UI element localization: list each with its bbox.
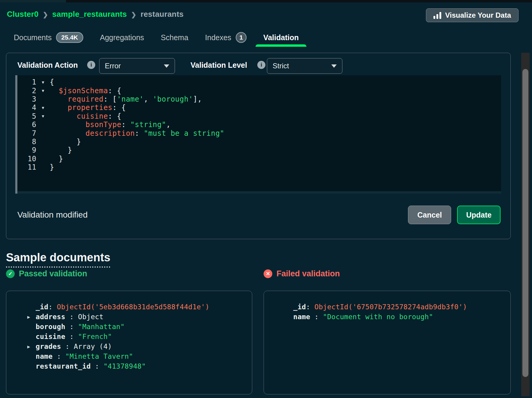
caret-down-icon[interactable]: ▾ [36, 105, 50, 111]
code-line: 9 } [15, 146, 501, 154]
validation-footer: Validation modified Cancel Update [17, 205, 501, 224]
caret-right-icon[interactable]: ▸ [27, 343, 36, 350]
code-segment-punct: : { [108, 112, 121, 120]
tab-label: Indexes [205, 33, 232, 42]
bar-chart-icon [433, 12, 441, 19]
field-key: grades [36, 343, 61, 350]
breadcrumb-database[interactable]: sample_restaurants [52, 10, 127, 19]
field-value: "Minetta Tavern" [65, 352, 133, 360]
document-field-row: _id: ObjectId('5eb3d668b31de5d588f44d1e'… [6, 302, 252, 312]
sample-documents-title: Sample documents [6, 251, 110, 268]
code-segment-punct: } [50, 163, 54, 171]
code-segment-key: required [68, 95, 104, 103]
field-value: Object [78, 313, 103, 321]
code-text: required: ['name', 'borough'], [50, 95, 202, 103]
caret-right-icon[interactable]: ▸ [27, 313, 36, 320]
field-key: cuisine [36, 333, 65, 340]
tab-indexes[interactable]: Indexes1 [205, 28, 247, 47]
scrollbar-track[interactable] [521, 53, 530, 396]
code-segment-key: $jsonSchema [59, 87, 108, 95]
code-segment-punct: , [166, 120, 171, 129]
validation-action-label: Validation Action [17, 61, 78, 70]
code-segment-punct: { [50, 78, 54, 86]
code-line: 3 required: ['name', 'borough'], [15, 95, 501, 103]
field-separator: : [65, 313, 78, 321]
tab-badge: 25.4K [56, 32, 83, 43]
editor-active-line [17, 191, 501, 194]
code-segment-punct: : [121, 120, 130, 129]
field-separator: : [91, 362, 103, 370]
validation-panel: Validation Action i Error Validation Lev… [6, 53, 511, 239]
code-segment-punct [50, 120, 86, 129]
code-text: bsonType: "string", [50, 120, 171, 129]
visualize-your-data-button[interactable]: Visualize Your Data [426, 8, 519, 22]
tab-aggregations[interactable]: Aggregations [100, 28, 144, 47]
field-value: ObjectId('67507b732578274adb9db3f0') [315, 303, 467, 311]
field-value: ObjectId('5eb3d668b31de5d588f44d1e') [57, 303, 209, 311]
line-number: 8 [15, 138, 36, 146]
line-number: 11 [15, 163, 36, 171]
x-circle-icon: ✕ [264, 269, 272, 278]
caret-down-icon[interactable]: ▾ [36, 113, 50, 119]
field-value: Array (4) [74, 343, 112, 350]
scrollbar-thumb[interactable] [522, 69, 528, 377]
tab-documents[interactable]: Documents25.4K [14, 28, 83, 47]
code-segment-punct: : { [112, 103, 126, 112]
code-text: description: "must be a string" [50, 129, 224, 138]
document-field-row: name : "Document with no borough" [264, 312, 510, 322]
line-number: 4 [15, 103, 36, 112]
code-text: properties: { [50, 103, 126, 112]
cancel-button[interactable]: Cancel [408, 206, 451, 224]
info-icon[interactable]: i [87, 61, 95, 69]
caret-down-icon[interactable]: ▾ [36, 79, 50, 85]
field-value: "French" [78, 333, 112, 340]
document-field-row: restaurant_id : "41378948" [6, 361, 252, 371]
validation-action-select[interactable]: Error [99, 58, 175, 74]
document-field-row: _id: ObjectId('67507b732578274adb9db3f0'… [264, 302, 510, 312]
code-segment-punct: } [50, 155, 63, 163]
tab-schema[interactable]: Schema [161, 28, 188, 47]
topbar: Cluster0 ❯ sample_restaurants ❯ restaura… [7, 8, 525, 23]
code-segment-str: "string" [130, 120, 166, 129]
failed-document-card: _id: ObjectId('67507b732578274adb9db3f0'… [264, 291, 511, 394]
code-line: 5▾ cuisine: { [15, 112, 501, 120]
info-icon[interactable]: i [257, 61, 265, 69]
passed-validation-label: Passed validation [19, 269, 87, 278]
field-key: borough [36, 323, 65, 331]
update-button[interactable]: Update [457, 206, 501, 224]
code-line: 11} [15, 163, 501, 171]
code-segment-punct: , [144, 95, 153, 103]
field-separator: : [65, 333, 78, 340]
field-key: restaurant_id [36, 362, 91, 370]
tab-validation[interactable]: Validation [256, 28, 306, 47]
chevron-right-icon: ❯ [43, 10, 48, 18]
line-number: 7 [15, 129, 36, 138]
breadcrumb-cluster[interactable]: Cluster0 [7, 10, 39, 19]
validation-level-select[interactable]: Strict [267, 58, 342, 74]
code-line: 1▾{ [15, 78, 501, 86]
tab-badge: 1 [236, 32, 247, 43]
chevron-down-icon [164, 64, 169, 68]
tab-label: Schema [161, 33, 188, 42]
document-field-row: name : "Minetta Tavern" [6, 351, 252, 361]
document-field-row: ▸grades : Array (4) [6, 341, 252, 351]
code-segment-key: properties [68, 103, 113, 112]
caret-down-icon[interactable]: ▾ [36, 88, 50, 94]
collection-tabs: Documents25.4KAggregationsSchemaIndexes1… [14, 28, 299, 47]
schema-editor[interactable]: 1▾{2▾ $jsonSchema: {3 required: ['name',… [15, 75, 501, 194]
document-field-row: cuisine : "French" [6, 331, 252, 341]
field-value: "41378948" [103, 362, 146, 370]
code-text: } [50, 163, 54, 171]
code-segment-punct: } [50, 146, 72, 154]
code-line: 10 } [15, 155, 501, 163]
code-segment-punct [50, 87, 59, 95]
code-line: 7 description: "must be a string" [15, 129, 501, 137]
code-segment-key: bsonType [86, 120, 122, 129]
failed-validation-label: Failed validation [276, 269, 340, 278]
code-line: 4▾ properties: { [15, 103, 501, 112]
field-value: "Manhattan" [78, 323, 125, 331]
field-key: name [293, 313, 310, 321]
code-segment-str: 'name' [117, 95, 144, 103]
tab-label: Validation [263, 33, 299, 42]
code-text: } [50, 155, 63, 163]
